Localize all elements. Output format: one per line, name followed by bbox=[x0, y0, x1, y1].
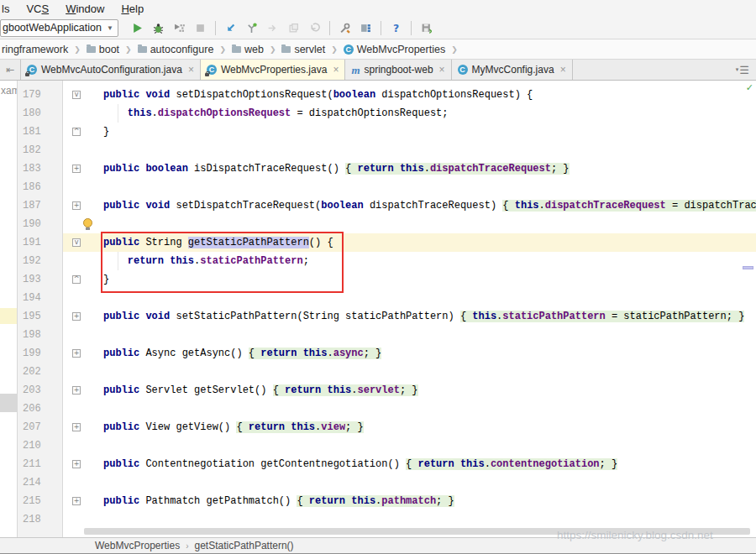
breadcrumb-label: autoconfigure bbox=[150, 44, 214, 55]
code-line-203[interactable]: 203+public Servlet getServlet() { return… bbox=[0, 381, 756, 400]
fold-plus-icon[interactable]: + bbox=[72, 165, 81, 173]
ide-window: lsVCSWindowHelp gbootWebApplication ▼ ? … bbox=[0, 0, 756, 554]
tab-label: springboot-web bbox=[365, 64, 433, 76]
project-structure-button[interactable] bbox=[355, 18, 376, 37]
main-toolbar: gbootWebApplication ▼ ? bbox=[0, 17, 756, 39]
breadcrumb-label: boot bbox=[99, 44, 119, 55]
editor-tab-mymvcconfig-java[interactable]: CMyMvcConfig.java× bbox=[452, 60, 573, 80]
vcs-commit-button[interactable] bbox=[241, 18, 262, 37]
menu-item-window[interactable]: Window bbox=[57, 1, 113, 17]
toolbar-separator bbox=[329, 21, 330, 35]
run-coverage-button[interactable] bbox=[169, 18, 190, 37]
code-line-206[interactable]: 206 bbox=[0, 400, 756, 418]
fold-plus-icon[interactable]: + bbox=[72, 312, 81, 321]
run-button[interactable] bbox=[127, 18, 148, 37]
line-number: 202 bbox=[23, 365, 58, 379]
menu-item-ls[interactable]: ls bbox=[0, 1, 18, 17]
line-number: 218 bbox=[23, 513, 58, 526]
fold-close-icon[interactable]: ^ bbox=[72, 275, 81, 284]
fold-open-icon[interactable]: v bbox=[72, 91, 81, 99]
help-button[interactable]: ? bbox=[386, 18, 407, 37]
breadcrumb-label: web bbox=[244, 44, 264, 55]
chevron-right-icon: › bbox=[186, 541, 188, 551]
code-line-202[interactable]: 202 bbox=[0, 363, 756, 381]
fold-plus-icon[interactable]: + bbox=[72, 349, 81, 358]
menu-item-vcs[interactable]: VCS bbox=[18, 1, 57, 17]
close-icon[interactable]: × bbox=[333, 64, 339, 76]
class-readonly-icon: C bbox=[27, 65, 37, 75]
code-line-207[interactable]: 207+public View getView() { return this.… bbox=[0, 418, 756, 436]
breadcrumb-label: ringframework bbox=[2, 44, 68, 55]
navigation-breadcrumb: ringframework❯boot❯autoconfigure❯web❯ser… bbox=[0, 39, 756, 60]
code-line-218[interactable]: 218 bbox=[0, 510, 756, 529]
chevron-right-icon: ❯ bbox=[121, 45, 136, 54]
breadcrumb-method[interactable]: getStaticPathPattern() bbox=[195, 540, 294, 551]
code-line-179[interactable]: 179vpublic void setDispatchOptionsReques… bbox=[0, 86, 756, 104]
breadcrumb-label: servlet bbox=[294, 44, 325, 55]
editor-tab-springboot-web[interactable]: mspringboot-web× bbox=[345, 60, 451, 80]
code-line-211[interactable]: 211+public Contentnegotiation getContent… bbox=[0, 455, 756, 473]
line-number: 182 bbox=[23, 144, 58, 157]
code-line-182[interactable]: 182 bbox=[0, 141, 756, 159]
inspection-status-icon[interactable]: ✓ bbox=[746, 82, 753, 93]
debug-button[interactable] bbox=[148, 18, 169, 37]
settings-button[interactable] bbox=[334, 18, 355, 37]
close-icon[interactable]: × bbox=[560, 64, 566, 76]
save-all-button[interactable] bbox=[416, 18, 437, 37]
code-line-195[interactable]: 195+public void setStaticPathPattern(Str… bbox=[0, 307, 756, 326]
code-line-198[interactable]: 198 bbox=[0, 326, 756, 344]
scroll-left-icon[interactable]: ⇤ bbox=[0, 60, 20, 80]
class-icon: C bbox=[458, 65, 468, 75]
line-number: 214 bbox=[23, 476, 58, 489]
editor-tab-webmvcproperties-java[interactable]: CWebMvcProperties.java× bbox=[201, 60, 346, 80]
breadcrumb-item-boot[interactable]: boot bbox=[85, 44, 121, 55]
scrollbar-identifier-mark bbox=[743, 266, 753, 269]
code-text: public void setDispatchOptionsRequest(bo… bbox=[103, 86, 533, 104]
fold-plus-icon[interactable]: + bbox=[72, 423, 81, 431]
breadcrumb-item-webmvcproperties[interactable]: CWebMvcProperties bbox=[342, 44, 447, 55]
breadcrumb-class[interactable]: WebMvcProperties bbox=[95, 540, 180, 551]
breadcrumb-item-ringframework[interactable]: ringframework bbox=[0, 44, 70, 55]
code-line-215[interactable]: 215+public Pathmatch getPathmatch() { re… bbox=[0, 492, 756, 510]
code-text: public Pathmatch getPathmatch() { return… bbox=[103, 492, 454, 510]
close-icon[interactable]: × bbox=[188, 64, 194, 76]
close-icon[interactable]: × bbox=[439, 64, 445, 76]
line-number: 203 bbox=[23, 384, 58, 397]
fold-plus-icon[interactable]: + bbox=[72, 497, 81, 505]
fold-plus-icon[interactable]: + bbox=[72, 386, 81, 395]
fold-plus-icon[interactable]: + bbox=[72, 460, 81, 468]
intention-bulb-icon[interactable] bbox=[83, 218, 92, 227]
code-line-190[interactable]: 190 bbox=[0, 215, 756, 233]
run-configuration-select[interactable]: gbootWebApplication ▼ bbox=[0, 19, 118, 37]
line-number: 180 bbox=[23, 107, 58, 120]
code-editor[interactable]: xam 179vpublic void setDispatchOptionsRe… bbox=[0, 81, 756, 537]
watermark-text: https://smilenicky.blog.csdn.net bbox=[557, 529, 713, 541]
line-number: 211 bbox=[23, 457, 58, 471]
fold-open-icon[interactable]: v bbox=[72, 238, 81, 247]
line-number: 187 bbox=[23, 199, 58, 212]
code-line-214[interactable]: 214 bbox=[0, 473, 756, 492]
code-line-186[interactable]: 186 bbox=[0, 178, 756, 196]
fold-close-icon[interactable]: ^ bbox=[72, 128, 81, 136]
line-number: 199 bbox=[23, 347, 58, 360]
editor-tab-webmvcautoconfiguration-java[interactable]: CWebMvcAutoConfiguration.java× bbox=[20, 60, 201, 80]
chevron-right-icon: ❯ bbox=[215, 45, 230, 54]
fold-plus-icon[interactable]: + bbox=[72, 201, 81, 210]
code-text: public Async getAsync() { return this.as… bbox=[103, 344, 381, 363]
breadcrumb-item-web[interactable]: web bbox=[230, 44, 265, 55]
code-line-181[interactable]: 181^} bbox=[0, 123, 756, 141]
breadcrumb-item-servlet[interactable]: servlet bbox=[280, 44, 327, 55]
folder-icon bbox=[281, 46, 291, 53]
code-line-210[interactable]: 210 bbox=[0, 436, 756, 455]
menu-item-help[interactable]: Help bbox=[113, 1, 152, 17]
shelve-button bbox=[283, 18, 304, 37]
tab-list-menu-icon[interactable]: ▾☰ bbox=[736, 60, 756, 80]
code-line-180[interactable]: 180this.dispatchOptionsRequest = dispatc… bbox=[0, 104, 756, 123]
breadcrumb-item-autoconfigure[interactable]: autoconfigure bbox=[136, 44, 216, 55]
line-number: 183 bbox=[23, 162, 58, 175]
code-line-187[interactable]: 187+public void setDispatchTraceRequest(… bbox=[0, 196, 756, 215]
code-line-183[interactable]: 183+public boolean isDispatchTraceReques… bbox=[0, 159, 756, 178]
chevron-right-icon: ❯ bbox=[447, 45, 462, 54]
update-project-button[interactable] bbox=[220, 18, 241, 37]
code-line-199[interactable]: 199+public Async getAsync() { return thi… bbox=[0, 344, 756, 363]
